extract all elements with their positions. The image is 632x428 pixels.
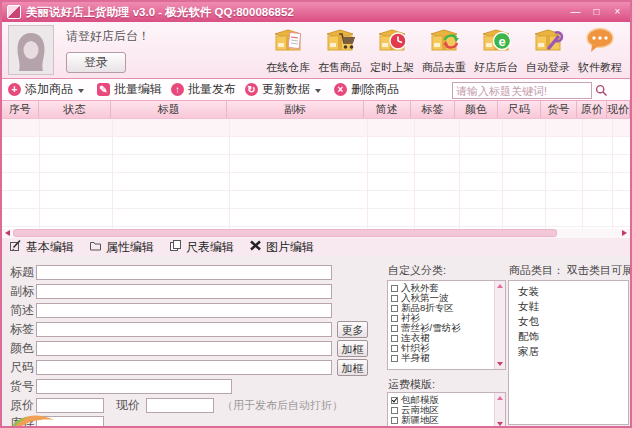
color-input[interactable]	[36, 341, 332, 356]
avatar	[8, 25, 54, 75]
custom-category-list[interactable]: 入秋外套 入秋第一波 新品8折专区 衬衫 蕾丝衫/雪纺衫 连衣裙 针织衫 半身裙	[387, 280, 506, 370]
cur-price-input[interactable]	[146, 398, 214, 413]
category-panel-label: 商品类目： 双击类目可展开	[509, 263, 632, 278]
chevron-down-icon[interactable]	[315, 89, 321, 93]
online-warehouse-icon	[272, 25, 304, 59]
top-toolbar: 在线仓库 在售商品	[262, 22, 630, 75]
tutorial-icon	[584, 25, 616, 59]
edit-icon: ✎	[97, 83, 110, 96]
delete-product-button[interactable]: × 删除商品	[334, 81, 399, 98]
checkbox[interactable]	[391, 417, 398, 424]
scroll-up-icon[interactable]	[497, 284, 503, 288]
more-button[interactable]: 更多	[337, 321, 368, 338]
scheduled-listing-button[interactable]: 定时上架	[366, 25, 418, 75]
tab-basic-edit[interactable]: 基本编辑	[9, 238, 74, 256]
category-item[interactable]: 女装	[509, 284, 628, 299]
add-frame-button[interactable]: 加框	[337, 359, 368, 376]
scroll-right-icon[interactable]	[622, 230, 627, 236]
scroll-down-icon[interactable]	[497, 422, 503, 426]
category-item[interactable]: 配饰	[509, 329, 628, 344]
auto-login-button[interactable]: 自动登录	[522, 25, 574, 75]
category-item[interactable]: 女鞋	[509, 299, 628, 314]
scroll-up-icon[interactable]	[497, 396, 503, 400]
title-input[interactable]	[36, 265, 332, 280]
minimize-button[interactable]: —	[568, 6, 583, 19]
checkbox[interactable]	[391, 305, 398, 312]
sku-input[interactable]	[36, 379, 232, 394]
column-header[interactable]: 简述	[364, 101, 411, 118]
checkbox[interactable]	[391, 335, 398, 342]
column-header[interactable]: 标签	[411, 101, 456, 118]
column-header[interactable]: 副标	[227, 101, 364, 118]
form-row-title: 标题	[10, 264, 332, 281]
tab-attribute-edit[interactable]: 属性编辑	[89, 238, 154, 256]
category-item[interactable]: 女包	[509, 314, 628, 329]
add-icon: +	[8, 83, 21, 96]
list-item[interactable]: 新疆地区	[391, 415, 493, 425]
subtitle-input[interactable]	[36, 284, 332, 299]
add-frame-button[interactable]: 加框	[337, 340, 368, 357]
dedupe-goods-button[interactable]: 商品去重	[418, 25, 470, 75]
checkbox[interactable]	[391, 355, 398, 362]
column-header[interactable]: 货号	[541, 101, 578, 118]
checkbox-checked[interactable]	[391, 397, 398, 404]
form-row-brief: 简述	[10, 302, 332, 319]
login-button[interactable]: 登录	[66, 52, 126, 73]
category-tree[interactable]: 女装 女鞋 女包 配饰 家居	[508, 280, 629, 425]
column-header[interactable]: 序号	[2, 101, 39, 118]
chevron-down-icon[interactable]	[78, 89, 84, 93]
sku-label: 货号	[10, 378, 36, 395]
tutorial-button[interactable]: 软件教程	[574, 25, 626, 75]
checkbox[interactable]	[391, 285, 398, 292]
online-warehouse-button[interactable]: 在线仓库	[262, 25, 314, 75]
search-input[interactable]	[452, 82, 592, 99]
horizontal-scrollbar[interactable]	[2, 229, 630, 238]
title-label: 标题	[10, 264, 36, 281]
scroll-left-icon[interactable]	[5, 230, 10, 236]
vertical-scrollbar[interactable]	[494, 393, 505, 428]
column-header[interactable]: 颜色	[455, 101, 498, 118]
form-row-subtitle: 副标	[10, 283, 332, 300]
custom-category-label: 自定义分类:	[388, 263, 446, 278]
tab-image-edit[interactable]: 图片编辑	[249, 238, 314, 256]
close-button[interactable]: ×	[610, 6, 625, 19]
column-header[interactable]: 原价	[577, 101, 607, 118]
category-item[interactable]: 家居	[509, 344, 628, 359]
search-icon[interactable]	[595, 84, 608, 97]
list-item[interactable]: 半身裙	[391, 353, 493, 363]
column-header[interactable]: 现价	[607, 101, 630, 118]
scrollbar-thumb[interactable]	[13, 229, 557, 237]
column-header[interactable]: 状态	[39, 101, 111, 118]
tab-size-chart-edit[interactable]: 尺表编辑	[169, 238, 234, 256]
brief-input[interactable]	[36, 303, 332, 318]
product-table-body[interactable]	[2, 119, 630, 229]
shipping-template-list[interactable]: 包邮模版 云南地区 新疆地区	[387, 392, 506, 428]
maximize-button[interactable]: □	[589, 6, 604, 19]
tag-input[interactable]	[36, 322, 332, 337]
app-icon	[7, 5, 21, 19]
batch-edit-label: 批量编辑	[114, 81, 162, 98]
app-window: 美丽说好店上货助理 v3.0 - 极光软件 QQ:800086852 — □ ×…	[0, 0, 632, 428]
checkbox[interactable]	[391, 315, 398, 322]
batch-publish-button[interactable]: ↑ 批量发布	[171, 81, 236, 98]
logo-watermark	[8, 408, 68, 428]
svg-text:e: e	[498, 34, 505, 49]
scheduled-listing-icon	[376, 25, 408, 59]
store-backend-button[interactable]: e 好店后台	[470, 25, 522, 75]
update-data-button[interactable]: ↻ 更新数据	[245, 81, 325, 98]
scroll-down-icon[interactable]	[497, 362, 503, 366]
window-title: 美丽说好店上货助理 v3.0 - 极光软件 QQ:800086852	[26, 5, 568, 20]
batch-edit-button[interactable]: ✎ 批量编辑	[97, 81, 162, 98]
add-product-button[interactable]: + 添加商品	[8, 81, 88, 98]
size-input[interactable]	[36, 360, 332, 375]
upload-icon: ↑	[171, 83, 184, 96]
checkbox[interactable]	[391, 345, 398, 352]
update-data-label: 更新数据	[262, 81, 310, 98]
vertical-scrollbar[interactable]	[494, 281, 505, 369]
checkbox[interactable]	[391, 295, 398, 302]
column-header[interactable]: 尺码	[498, 101, 541, 118]
checkbox[interactable]	[391, 407, 398, 414]
checkbox[interactable]	[391, 325, 398, 332]
column-header[interactable]: 标题	[111, 101, 227, 118]
selling-goods-button[interactable]: 在售商品	[314, 25, 366, 75]
